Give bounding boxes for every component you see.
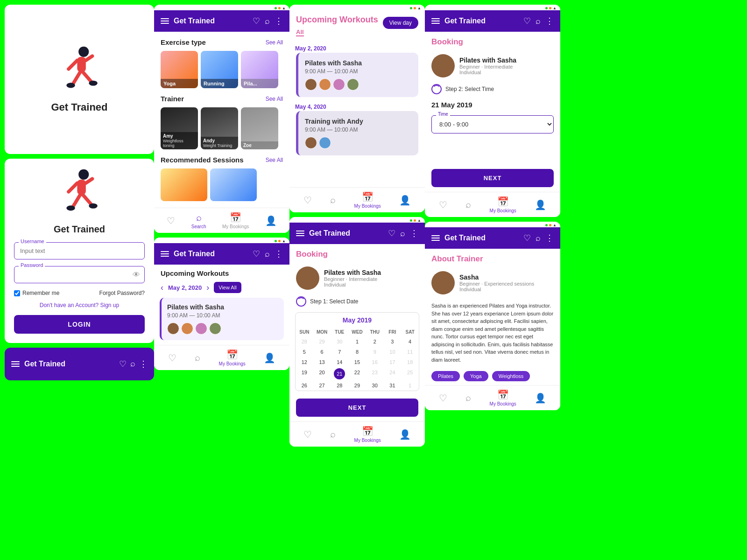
hamburger-upcoming-small[interactable] xyxy=(161,251,169,257)
cal-23[interactable]: 23 xyxy=(366,367,384,380)
cal-14[interactable]: 14 xyxy=(331,357,348,367)
login-button[interactable]: LOGIN xyxy=(14,315,145,334)
tag-yoga[interactable]: Yoga xyxy=(464,371,488,381)
heart-booking1[interactable]: ♡ xyxy=(388,228,395,238)
nav-bookings-large[interactable]: 📅 My Bookings xyxy=(354,191,381,209)
cal-31[interactable]: 31 xyxy=(384,380,402,391)
cal-28-prev[interactable]: 28 xyxy=(296,336,313,347)
tag-weightloss[interactable]: Weightloss xyxy=(492,371,530,381)
date-next-arrow[interactable]: › xyxy=(206,283,209,293)
cal-29[interactable]: 29 xyxy=(348,380,366,391)
nav-profile-about[interactable]: 👤 xyxy=(535,392,546,404)
cal-22[interactable]: 22 xyxy=(348,367,366,380)
hamburger-booking1[interactable] xyxy=(296,231,304,236)
exercise-card-yoga[interactable]: Yoga xyxy=(161,51,198,88)
view-day-btn[interactable]: View day xyxy=(383,17,418,29)
all-label[interactable]: All xyxy=(296,28,304,36)
nav-search-large[interactable]: ⌕ xyxy=(330,195,336,205)
workout-card-andy-large[interactable]: Training with Andy 9:00 AM — 10:00 AM xyxy=(296,111,418,155)
search-upcoming-small[interactable]: ⌕ xyxy=(265,249,270,259)
nav-fav-small[interactable]: ♡ xyxy=(168,352,176,364)
exercise-see-all[interactable]: See All xyxy=(266,39,283,46)
workout-card-pilates-large[interactable]: Pilates with Sasha 9:00 AM — 10:00 AM xyxy=(296,53,418,97)
booking2-next-btn[interactable]: NEXT xyxy=(431,169,554,187)
heart-about[interactable]: ♡ xyxy=(523,233,531,243)
nav-bookings-small[interactable]: 📅 My Bookings xyxy=(219,349,246,366)
nav-profile-b1[interactable]: 👤 xyxy=(399,429,411,440)
cal-30[interactable]: 30 xyxy=(366,380,384,391)
cal-24[interactable]: 24 xyxy=(384,367,402,380)
more-icon-main[interactable]: ⋮ xyxy=(275,16,283,26)
cal-5[interactable]: 5 xyxy=(296,347,313,357)
cal-1[interactable]: 1 xyxy=(348,336,366,347)
cal-21-selected[interactable]: 21 xyxy=(334,368,345,379)
nav-profile-b2[interactable]: 👤 xyxy=(535,199,546,210)
cal-17[interactable]: 17 xyxy=(384,357,402,367)
nav-fav-large[interactable]: ♡ xyxy=(303,195,312,206)
cal-27[interactable]: 27 xyxy=(313,380,331,391)
signup-link[interactable]: Sign up xyxy=(100,302,120,308)
cal-7[interactable]: 7 xyxy=(331,347,348,357)
more-upcoming-small[interactable]: ⋮ xyxy=(275,249,283,259)
nav-favorite[interactable]: ♡ xyxy=(167,215,175,226)
exercise-card-pilates[interactable]: Pila... xyxy=(241,51,278,88)
exercise-card-running[interactable]: Running xyxy=(201,51,238,88)
cal-9[interactable]: 9 xyxy=(366,347,384,357)
password-input[interactable] xyxy=(14,266,145,283)
cal-13[interactable]: 13 xyxy=(313,357,331,367)
nav-bookings-about[interactable]: 📅 My Bookings xyxy=(490,389,516,406)
booking1-next-btn[interactable]: NEXT xyxy=(296,399,418,417)
cal-12[interactable]: 12 xyxy=(296,357,313,367)
cal-30-prev[interactable]: 30 xyxy=(331,336,348,347)
nav-bookings-b2[interactable]: 📅 My Bookings xyxy=(490,196,516,213)
nav-fav-about[interactable]: ♡ xyxy=(439,392,447,404)
more-booking1[interactable]: ⋮ xyxy=(410,228,418,238)
username-input[interactable] xyxy=(14,242,145,259)
trainer-see-all[interactable]: See All xyxy=(266,96,283,102)
nav-bookings-b1[interactable]: 📅 My Bookings xyxy=(354,426,381,443)
nav-search[interactable]: ⌕ Search xyxy=(191,212,206,229)
cal-8[interactable]: 8 xyxy=(348,347,366,357)
nav-bookings[interactable]: 📅 My Bookings xyxy=(222,212,249,229)
hamburger-booking2[interactable] xyxy=(431,18,440,24)
tag-pilates[interactable]: Pilates xyxy=(431,371,460,381)
cal-26[interactable]: 26 xyxy=(296,380,313,391)
more-booking2[interactable]: ⋮ xyxy=(545,16,554,26)
trainer-card-andy[interactable]: Andy Weight Training xyxy=(201,107,238,149)
search-icon-mini[interactable]: ⌕ xyxy=(130,359,135,369)
search-about[interactable]: ⌕ xyxy=(536,233,541,243)
view-all-btn[interactable]: View All xyxy=(214,282,241,293)
more-icon[interactable]: ⋮ xyxy=(139,359,148,369)
cal-25[interactable]: 25 xyxy=(401,367,419,380)
nav-fav-b1[interactable]: ♡ xyxy=(303,429,312,440)
cal-11[interactable]: 11 xyxy=(401,347,419,357)
cal-19[interactable]: 19 xyxy=(296,367,313,380)
search-icon-main[interactable]: ⌕ xyxy=(265,16,270,26)
cal-29-prev[interactable]: 29 xyxy=(313,336,331,347)
cal-4[interactable]: 4 xyxy=(401,336,419,347)
hamburger-about[interactable] xyxy=(431,235,440,241)
forgot-password-link[interactable]: Forgot Password? xyxy=(99,290,145,296)
cal-20[interactable]: 20 xyxy=(313,367,331,380)
search-booking1[interactable]: ⌕ xyxy=(400,229,405,238)
search-booking2[interactable]: ⌕ xyxy=(536,16,541,26)
nav-profile[interactable]: 👤 xyxy=(265,215,277,226)
cal-10[interactable]: 10 xyxy=(384,347,402,357)
nav-fav-b2[interactable]: ♡ xyxy=(439,199,447,210)
cal-3[interactable]: 3 xyxy=(384,336,402,347)
date-prev-arrow[interactable]: ‹ xyxy=(161,283,163,293)
nav-profile-large[interactable]: 👤 xyxy=(399,195,411,206)
rec-card-2[interactable] xyxy=(210,168,257,201)
rec-card-1[interactable] xyxy=(161,168,207,201)
cal-15[interactable]: 15 xyxy=(348,357,366,367)
cal-2[interactable]: 2 xyxy=(366,336,384,347)
trainer-card-zoe[interactable]: Zoe xyxy=(241,107,278,149)
cal-28[interactable]: 28 xyxy=(331,380,348,391)
cal-6[interactable]: 6 xyxy=(313,347,331,357)
nav-search-b2[interactable]: ⌕ xyxy=(465,199,471,210)
workout-card-pilates-small[interactable]: Pilates with Sasha 9:00 AM — 10:00 AM xyxy=(160,298,284,340)
cal-16[interactable]: 16 xyxy=(366,357,384,367)
heart-upcoming-small[interactable]: ♡ xyxy=(253,249,260,259)
eye-icon[interactable]: 👁 xyxy=(133,271,140,279)
hamburger-btn-main[interactable] xyxy=(161,18,169,24)
